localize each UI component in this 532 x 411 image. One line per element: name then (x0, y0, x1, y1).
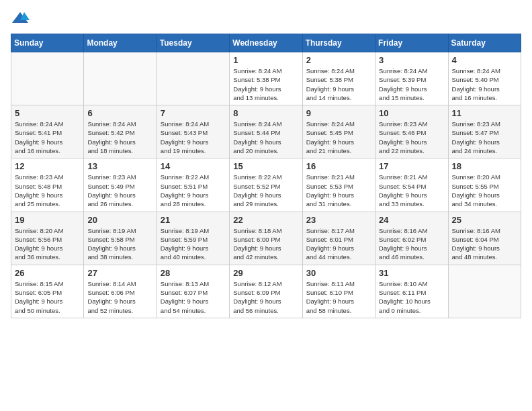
day-info: Sunrise: 8:12 AM Sunset: 6:09 PM Dayligh… (233, 279, 298, 315)
day-info: Sunrise: 8:19 AM Sunset: 5:59 PM Dayligh… (161, 226, 226, 262)
day-info: Sunrise: 8:23 AM Sunset: 5:48 PM Dayligh… (15, 173, 80, 208)
day-info: Sunrise: 8:23 AM Sunset: 5:47 PM Dayligh… (452, 120, 517, 155)
day-info: Sunrise: 8:24 AM Sunset: 5:45 PM Dayligh… (306, 120, 371, 155)
day-info: Sunrise: 8:24 AM Sunset: 5:44 PM Dayligh… (233, 120, 298, 155)
calendar-cell: 23Sunrise: 8:17 AM Sunset: 6:01 PM Dayli… (302, 212, 375, 265)
day-header-thursday: Thursday (302, 34, 375, 52)
logo-icon (11, 11, 30, 26)
calendar-body: 1Sunrise: 8:24 AM Sunset: 5:38 PM Daylig… (11, 52, 521, 318)
day-info: Sunrise: 8:16 AM Sunset: 6:02 PM Dayligh… (379, 226, 444, 262)
day-header-tuesday: Tuesday (157, 34, 229, 52)
calendar-cell: 31Sunrise: 8:10 AM Sunset: 6:11 PM Dayli… (375, 265, 448, 318)
day-number: 27 (87, 268, 152, 278)
day-info: Sunrise: 8:24 AM Sunset: 5:43 PM Dayligh… (161, 120, 226, 155)
day-number: 2 (306, 55, 371, 65)
day-number: 18 (452, 161, 517, 171)
day-info: Sunrise: 8:15 AM Sunset: 6:05 PM Dayligh… (15, 279, 80, 315)
day-number: 17 (379, 161, 444, 171)
day-number: 10 (379, 108, 444, 118)
day-info: Sunrise: 8:20 AM Sunset: 5:56 PM Dayligh… (15, 226, 80, 262)
day-info: Sunrise: 8:24 AM Sunset: 5:38 PM Dayligh… (233, 66, 298, 102)
day-number: 3 (379, 55, 444, 65)
calendar-week-5: 26Sunrise: 8:15 AM Sunset: 6:05 PM Dayli… (11, 265, 521, 318)
calendar-cell: 3Sunrise: 8:24 AM Sunset: 5:39 PM Daylig… (375, 52, 448, 105)
calendar-cell: 18Sunrise: 8:20 AM Sunset: 5:55 PM Dayli… (448, 158, 521, 212)
calendar-cell: 1Sunrise: 8:24 AM Sunset: 5:38 PM Daylig… (230, 52, 302, 105)
calendar-cell: 13Sunrise: 8:23 AM Sunset: 5:49 PM Dayli… (84, 158, 157, 212)
day-number: 4 (452, 55, 517, 65)
day-number: 16 (306, 161, 371, 171)
day-number: 8 (233, 108, 298, 118)
day-info: Sunrise: 8:16 AM Sunset: 6:04 PM Dayligh… (452, 226, 517, 262)
day-info: Sunrise: 8:24 AM Sunset: 5:41 PM Dayligh… (15, 120, 80, 155)
day-number: 7 (161, 108, 226, 118)
day-number: 31 (379, 268, 444, 278)
header (11, 11, 521, 26)
day-number: 15 (233, 161, 298, 171)
calendar-week-2: 5Sunrise: 8:24 AM Sunset: 5:41 PM Daylig… (11, 105, 521, 158)
day-header-sunday: Sunday (11, 34, 84, 52)
day-number: 6 (87, 108, 152, 118)
calendar-cell: 30Sunrise: 8:11 AM Sunset: 6:10 PM Dayli… (302, 265, 375, 318)
day-info: Sunrise: 8:24 AM Sunset: 5:38 PM Dayligh… (306, 66, 371, 102)
day-header-friday: Friday (375, 34, 448, 52)
calendar-cell: 24Sunrise: 8:16 AM Sunset: 6:02 PM Dayli… (375, 212, 448, 265)
day-number: 26 (15, 268, 80, 278)
calendar-cell: 11Sunrise: 8:23 AM Sunset: 5:47 PM Dayli… (448, 105, 521, 158)
day-number: 13 (87, 161, 152, 171)
calendar-cell: 14Sunrise: 8:22 AM Sunset: 5:51 PM Dayli… (157, 158, 229, 212)
day-info: Sunrise: 8:18 AM Sunset: 6:00 PM Dayligh… (233, 226, 298, 262)
day-info: Sunrise: 8:21 AM Sunset: 5:54 PM Dayligh… (379, 173, 444, 208)
calendar-week-1: 1Sunrise: 8:24 AM Sunset: 5:38 PM Daylig… (11, 52, 521, 105)
calendar-week-3: 12Sunrise: 8:23 AM Sunset: 5:48 PM Dayli… (11, 158, 521, 212)
calendar-cell: 22Sunrise: 8:18 AM Sunset: 6:00 PM Dayli… (230, 212, 302, 265)
calendar-table: SundayMondayTuesdayWednesdayThursdayFrid… (11, 34, 521, 318)
day-number: 14 (161, 161, 226, 171)
calendar-cell (84, 52, 157, 105)
day-number: 29 (233, 268, 298, 278)
day-info: Sunrise: 8:24 AM Sunset: 5:40 PM Dayligh… (452, 66, 517, 102)
day-number: 25 (452, 215, 517, 225)
day-number: 21 (161, 215, 226, 225)
calendar-cell: 15Sunrise: 8:22 AM Sunset: 5:52 PM Dayli… (230, 158, 302, 212)
logo (11, 11, 32, 26)
calendar-cell: 17Sunrise: 8:21 AM Sunset: 5:54 PM Dayli… (375, 158, 448, 212)
day-info: Sunrise: 8:13 AM Sunset: 6:07 PM Dayligh… (161, 279, 226, 315)
calendar-cell: 28Sunrise: 8:13 AM Sunset: 6:07 PM Dayli… (157, 265, 229, 318)
calendar-week-4: 19Sunrise: 8:20 AM Sunset: 5:56 PM Dayli… (11, 212, 521, 265)
day-number: 24 (379, 215, 444, 225)
day-info: Sunrise: 8:19 AM Sunset: 5:58 PM Dayligh… (87, 226, 152, 262)
calendar-cell: 9Sunrise: 8:24 AM Sunset: 5:45 PM Daylig… (302, 105, 375, 158)
calendar-cell: 12Sunrise: 8:23 AM Sunset: 5:48 PM Dayli… (11, 158, 84, 212)
day-header-monday: Monday (84, 34, 157, 52)
calendar-cell: 10Sunrise: 8:23 AM Sunset: 5:46 PM Dayli… (375, 105, 448, 158)
day-number: 19 (15, 215, 80, 225)
calendar-cell (11, 52, 84, 105)
day-number: 20 (87, 215, 152, 225)
calendar-cell: 19Sunrise: 8:20 AM Sunset: 5:56 PM Dayli… (11, 212, 84, 265)
day-info: Sunrise: 8:24 AM Sunset: 5:42 PM Dayligh… (87, 120, 152, 155)
calendar-cell: 5Sunrise: 8:24 AM Sunset: 5:41 PM Daylig… (11, 105, 84, 158)
day-header-saturday: Saturday (448, 34, 521, 52)
day-number: 30 (306, 268, 371, 278)
day-info: Sunrise: 8:23 AM Sunset: 5:49 PM Dayligh… (87, 173, 152, 208)
day-number: 12 (15, 161, 80, 171)
calendar-cell (157, 52, 229, 105)
calendar-cell: 6Sunrise: 8:24 AM Sunset: 5:42 PM Daylig… (84, 105, 157, 158)
calendar-cell (448, 265, 521, 318)
calendar-cell: 20Sunrise: 8:19 AM Sunset: 5:58 PM Dayli… (84, 212, 157, 265)
calendar-cell: 26Sunrise: 8:15 AM Sunset: 6:05 PM Dayli… (11, 265, 84, 318)
day-info: Sunrise: 8:14 AM Sunset: 6:06 PM Dayligh… (87, 279, 152, 315)
calendar-cell: 21Sunrise: 8:19 AM Sunset: 5:59 PM Dayli… (157, 212, 229, 265)
day-number: 28 (161, 268, 226, 278)
calendar-cell: 2Sunrise: 8:24 AM Sunset: 5:38 PM Daylig… (302, 52, 375, 105)
day-number: 5 (15, 108, 80, 118)
day-number: 11 (452, 108, 517, 118)
day-info: Sunrise: 8:22 AM Sunset: 5:52 PM Dayligh… (233, 173, 298, 208)
calendar-cell: 8Sunrise: 8:24 AM Sunset: 5:44 PM Daylig… (230, 105, 302, 158)
day-number: 22 (233, 215, 298, 225)
day-info: Sunrise: 8:21 AM Sunset: 5:53 PM Dayligh… (306, 173, 371, 208)
calendar-cell: 16Sunrise: 8:21 AM Sunset: 5:53 PM Dayli… (302, 158, 375, 212)
day-number: 1 (233, 55, 298, 65)
day-info: Sunrise: 8:17 AM Sunset: 6:01 PM Dayligh… (306, 226, 371, 262)
